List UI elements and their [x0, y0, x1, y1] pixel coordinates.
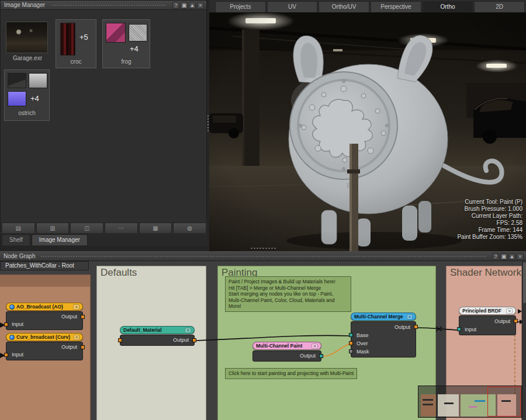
port-label: Output	[300, 353, 316, 359]
node-title: Default_Material	[123, 327, 162, 333]
collapse-icon[interactable]: ▲	[508, 253, 515, 260]
node-title: Principled BRDF	[462, 308, 501, 314]
node-principled-brdf[interactable]: Principled BRDF ≡ Output Input	[459, 307, 516, 335]
minimap-view-rect[interactable]	[487, 387, 521, 416]
image-manager-titlebar[interactable]: Image Manager ? ▣ ▲ ×	[1, 1, 206, 10]
hud-current-tool: Current Tool: Paint (P)	[457, 199, 522, 206]
input-port[interactable]	[457, 327, 461, 331]
menu-icon[interactable]: ≡	[73, 304, 79, 310]
port-label: Input	[12, 352, 23, 357]
node-graph-minimap[interactable]	[418, 386, 522, 418]
minimap-group	[421, 394, 436, 416]
node-graph-canvas[interactable]: Patches_WithCollar - Root Defaults Paint…	[0, 261, 526, 420]
hud-frame-time: Frame Time: 144	[457, 227, 522, 234]
help-icon[interactable]: ?	[172, 2, 179, 9]
node-title: Multi-Channel Merge	[354, 314, 403, 320]
node-curv-broadcast[interactable]: Curv_broadcast (Curv) ≡ Output Input	[6, 333, 83, 360]
menu-icon[interactable]: ≡	[312, 343, 318, 349]
hud-current-layer-path: Current Layer Path:	[457, 213, 522, 220]
output-port[interactable]	[414, 325, 418, 329]
input-port[interactable]	[118, 338, 122, 342]
tab-image-manager[interactable]: Image Manager	[32, 234, 88, 245]
output-port[interactable]	[81, 345, 85, 349]
splitter-grip	[207, 114, 209, 132]
node-graph-scrollbar[interactable]	[522, 261, 526, 420]
tab-2d[interactable]: 2D	[474, 1, 525, 12]
im-toolbar-button-4[interactable]: ⋯	[105, 223, 138, 234]
im-toolbar-button-5[interactable]: ▦	[139, 223, 172, 234]
image-item-ostrich[interactable]: +4 ostrich	[4, 70, 50, 121]
dock-icon[interactable]: ▣	[181, 2, 188, 9]
input-port[interactable]	[4, 322, 8, 327]
horizontal-splitter[interactable]	[250, 247, 276, 251]
output-port[interactable]	[319, 354, 323, 358]
im-toolbar-button-3[interactable]: ◫	[70, 223, 103, 234]
croc-thumbnail	[60, 23, 75, 55]
port-label: Input	[12, 321, 23, 327]
minimap-node	[469, 406, 477, 408]
viewport-tabbar: Projects UV Ortho/UV Perspective Ortho 2…	[209, 0, 526, 13]
input-port[interactable]	[4, 353, 8, 357]
output-port[interactable]	[514, 319, 518, 323]
port-label: Output	[494, 318, 510, 324]
image-item-croc[interactable]: +5 croc	[56, 19, 96, 68]
comment-click-here[interactable]: Click here to start painting and project…	[225, 368, 357, 379]
image-item-garage[interactable]: Garage.exr	[4, 22, 51, 65]
drag-handle[interactable]	[41, 254, 486, 259]
node-title: Multi-Channel Paint	[256, 343, 302, 349]
frog-thumbnail	[106, 23, 126, 43]
input-port-mask[interactable]	[349, 349, 353, 353]
im-toolbar-button-6[interactable]: ◍	[173, 223, 206, 234]
image-label: Garage.exr	[4, 55, 51, 61]
tab-uv[interactable]: UV	[267, 1, 318, 12]
tab-projects[interactable]: Projects	[215, 1, 266, 12]
node-ao-broadcast[interactable]: AO_Broadcast (AO) ≡ Output Input	[6, 303, 83, 330]
node-multi-channel-merge[interactable]: Multi-Channel Merge ≡ Output Base Over M…	[351, 313, 416, 357]
close-icon[interactable]: ×	[517, 253, 524, 260]
scrollbar-handle[interactable]	[523, 262, 526, 303]
menu-icon[interactable]: ≡	[74, 335, 79, 340]
port-label: Output	[173, 337, 189, 343]
image-item-frog[interactable]: +4 frog	[102, 19, 150, 68]
image-manager-content: Garage.exr +5 croc +4 frog +4 ostrich	[1, 10, 206, 221]
image-label: frog	[103, 58, 150, 65]
tab-perspective[interactable]: Perspective	[371, 1, 421, 12]
menu-icon[interactable]: ≡	[407, 314, 413, 320]
image-label: ostrich	[5, 110, 49, 116]
node-graph-context-tab[interactable]: Patches_WithCollar - Root	[0, 261, 89, 270]
tab-ortho[interactable]: Ortho	[423, 1, 473, 12]
hud-brush-pressure: Brush Pressure: 1.000	[457, 206, 522, 213]
close-icon[interactable]: ×	[197, 2, 204, 9]
collapse-icon[interactable]: ▲	[189, 2, 196, 9]
help-icon[interactable]: ?	[492, 253, 499, 260]
port-label: Over	[357, 341, 368, 346]
node-graph-titlebar[interactable]: Node Graph ? ▣ ▲ ×	[0, 252, 526, 261]
viewport-panel: Projects UV Ortho/UV Perspective Ortho 2…	[209, 0, 526, 251]
drag-handle[interactable]	[51, 3, 167, 8]
hud-paint-buffer-zoom: Paint Buffer Zoom: 135%	[457, 234, 522, 241]
broadcast-icon	[9, 304, 15, 310]
mari-application: Image Manager ? ▣ ▲ × Garage.exr +5 croc	[0, 0, 526, 420]
output-port[interactable]	[81, 315, 85, 319]
image-manager-toolbar: ▤ ▥ ◫ ⋯ ▦ ◍	[1, 222, 207, 234]
minimap-node	[475, 400, 485, 402]
im-toolbar-button-1[interactable]: ▤	[2, 223, 35, 234]
tab-ortho-uv[interactable]: Ortho/UV	[319, 1, 369, 12]
input-port-base[interactable]	[349, 333, 353, 337]
node-default-material[interactable]: Default_Material ≡ Output	[120, 326, 195, 346]
viewport-hud: Current Tool: Paint (P) Brush Pressure: …	[457, 199, 522, 241]
comment-paint-info[interactable]: Paint / Project Images & Build up Materi…	[225, 276, 351, 312]
menu-icon[interactable]: ≡	[185, 328, 191, 333]
viewport-3d-canvas[interactable]: R Current Tool: Paint (P) Brush Pressure…	[209, 13, 526, 251]
dock-icon[interactable]: ▣	[500, 253, 507, 260]
input-port-over[interactable]	[349, 341, 353, 345]
group-label: Shader Network	[447, 266, 521, 279]
group-label: Defaults	[97, 266, 206, 279]
output-port[interactable]	[192, 338, 196, 342]
menu-icon[interactable]: ≡	[506, 308, 513, 314]
group-band	[0, 275, 90, 287]
im-toolbar-button-2[interactable]: ▥	[36, 223, 70, 234]
node-graph-panel: Node Graph ? ▣ ▲ × Patches_WithCollar - …	[0, 251, 526, 420]
tab-shelf[interactable]: Shelf	[2, 234, 30, 245]
node-multi-channel-paint[interactable]: Multi-Channel Paint ≡ Output	[252, 342, 321, 362]
